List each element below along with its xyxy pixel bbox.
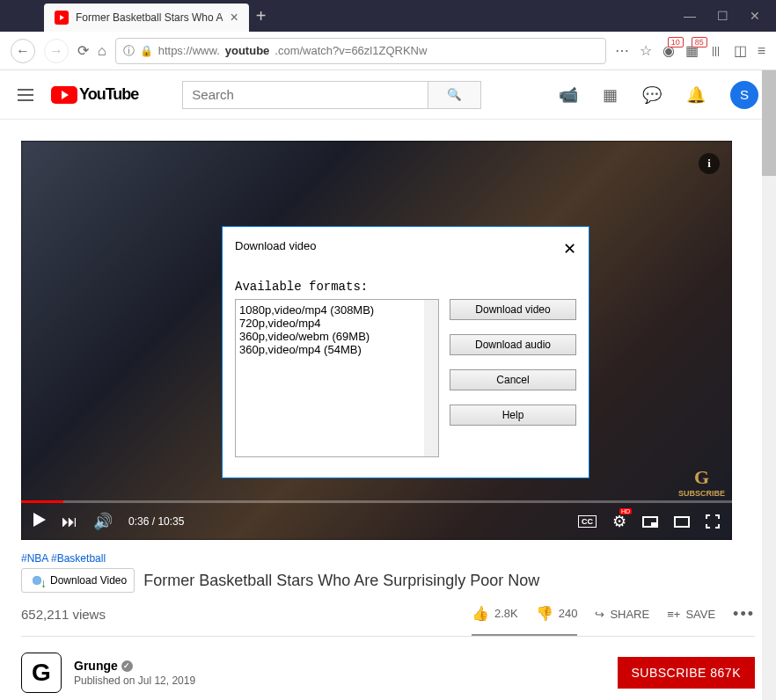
tab-close-icon[interactable]: × bbox=[230, 10, 238, 26]
share-button[interactable]: ↪SHARE bbox=[595, 608, 649, 621]
reload-button[interactable]: ⟳ bbox=[77, 42, 89, 59]
video-player[interactable]: i G SUBSCRIBE ⏭ 🔊 0:36 / 10:35 CC ⚙HD Do… bbox=[21, 141, 732, 540]
url-prefix: https://www. bbox=[158, 44, 220, 57]
format-item[interactable]: 360p,video/mp4 (54MB) bbox=[239, 343, 435, 356]
captions-button[interactable]: CC bbox=[578, 515, 597, 528]
download-video-button[interactable]: Download video bbox=[450, 299, 576, 320]
create-video-icon[interactable]: 📹 bbox=[559, 85, 578, 105]
cancel-button[interactable]: Cancel bbox=[450, 369, 576, 390]
save-button[interactable]: ≡+SAVE bbox=[667, 608, 715, 621]
thumb-down-icon: 👎 bbox=[536, 605, 553, 622]
youtube-header: YouTube 🔍 📹 ▦ 💬 🔔 S bbox=[0, 70, 776, 120]
channel-avatar[interactable]: G bbox=[21, 653, 62, 693]
fullscreen-button[interactable] bbox=[706, 514, 720, 529]
help-button[interactable]: Help bbox=[450, 405, 576, 426]
download-audio-button[interactable]: Download audio bbox=[450, 334, 576, 355]
search-container: 🔍 bbox=[182, 81, 481, 109]
library-icon[interactable]: ⫼ bbox=[709, 43, 723, 59]
browser-toolbar: ← → ⟳ ⌂ ⓘ 🔒 https://www.youtube.com/watc… bbox=[0, 32, 776, 70]
user-avatar[interactable]: S bbox=[730, 81, 758, 109]
channel-name[interactable]: Grunge✓ bbox=[74, 659, 195, 673]
info-icon[interactable]: ⓘ bbox=[123, 43, 135, 59]
view-count: 652,211 views bbox=[21, 607, 106, 622]
save-icon: ≡+ bbox=[667, 608, 680, 621]
hamburger-menu-icon[interactable] bbox=[18, 89, 33, 101]
dislike-button[interactable]: 👎240 bbox=[536, 605, 578, 622]
download-icon bbox=[29, 572, 45, 588]
extension-2-icon[interactable]: ▦85 bbox=[685, 42, 699, 59]
browser-tab[interactable]: Former Basketball Stars Who A × bbox=[44, 4, 249, 32]
info-card-icon[interactable]: i bbox=[699, 153, 720, 174]
apps-icon[interactable]: ▦ bbox=[603, 85, 618, 105]
url-domain: youtube bbox=[225, 44, 270, 57]
hashtags[interactable]: #NBA #Basketball bbox=[21, 552, 755, 565]
more-actions-button[interactable]: ••• bbox=[733, 605, 755, 623]
thumb-up-icon: 👍 bbox=[472, 605, 489, 622]
settings-gear-icon[interactable]: ⚙HD bbox=[612, 512, 626, 531]
messages-icon[interactable]: 💬 bbox=[642, 85, 662, 105]
youtube-logo-icon bbox=[51, 86, 77, 104]
youtube-logo-text: YouTube bbox=[79, 85, 138, 104]
url-suffix: .com/watch?v=66zl1ZQRKNw bbox=[275, 44, 427, 57]
miniplayer-button[interactable] bbox=[642, 516, 658, 528]
watermark-subscribe[interactable]: G SUBSCRIBE bbox=[678, 466, 725, 498]
youtube-favicon bbox=[55, 11, 69, 25]
tab-title: Former Basketball Stars Who A bbox=[76, 11, 223, 24]
content-area: i G SUBSCRIBE ⏭ 🔊 0:36 / 10:35 CC ⚙HD Do… bbox=[0, 120, 776, 700]
format-item[interactable]: 1080p,video/mp4 (308MB) bbox=[239, 303, 435, 317]
download-dialog: Download video ✕ Available formats: 1080… bbox=[222, 226, 589, 478]
notifications-icon[interactable]: 🔔 bbox=[686, 85, 706, 105]
window-controls: — ☐ ✕ bbox=[684, 9, 776, 32]
maximize-button[interactable]: ☐ bbox=[717, 9, 728, 23]
youtube-logo[interactable]: YouTube bbox=[51, 85, 138, 104]
video-title: Former Basketball Stars Who Are Surprisi… bbox=[143, 572, 539, 590]
like-button[interactable]: 👍2.8K bbox=[472, 605, 518, 622]
back-button[interactable]: ← bbox=[11, 39, 35, 63]
theater-mode-button[interactable] bbox=[674, 516, 690, 528]
browser-titlebar: Former Basketball Stars Who A × + — ☐ ✕ bbox=[0, 0, 776, 32]
play-button[interactable] bbox=[33, 513, 46, 531]
verified-icon: ✓ bbox=[121, 660, 133, 672]
next-button[interactable]: ⏭ bbox=[62, 513, 77, 531]
close-window-button[interactable]: ✕ bbox=[750, 9, 760, 23]
formats-label: Available formats: bbox=[235, 280, 439, 294]
page-actions-icon[interactable]: ⋯ bbox=[615, 42, 629, 59]
search-input[interactable] bbox=[182, 81, 428, 109]
search-button[interactable]: 🔍 bbox=[428, 81, 481, 109]
download-video-extension-button[interactable]: Download Video bbox=[21, 568, 135, 593]
forward-button[interactable]: → bbox=[44, 39, 69, 63]
subscribe-button[interactable]: SUBSCRIBE 867K bbox=[618, 657, 756, 689]
format-item[interactable]: 360p,video/webm (69MB) bbox=[239, 330, 435, 343]
menu-icon[interactable]: ≡ bbox=[758, 43, 765, 59]
page-scrollbar[interactable] bbox=[762, 70, 776, 700]
minimize-button[interactable]: — bbox=[684, 9, 696, 23]
publish-date: Published on Jul 12, 2019 bbox=[74, 674, 195, 687]
lock-icon: 🔒 bbox=[140, 45, 153, 57]
extension-1-icon[interactable]: ◉10 bbox=[663, 42, 675, 59]
url-bar[interactable]: ⓘ 🔒 https://www.youtube.com/watch?v=66zl… bbox=[115, 38, 606, 64]
share-icon: ↪ bbox=[595, 608, 604, 621]
dialog-close-icon[interactable]: ✕ bbox=[563, 239, 576, 259]
player-controls: ⏭ 🔊 0:36 / 10:35 CC ⚙HD bbox=[21, 503, 732, 540]
new-tab-button[interactable]: + bbox=[256, 6, 267, 26]
volume-icon[interactable]: 🔊 bbox=[93, 512, 113, 531]
time-display: 0:36 / 10:35 bbox=[128, 515, 184, 528]
bookmark-icon[interactable]: ☆ bbox=[640, 42, 652, 59]
list-scrollbar[interactable] bbox=[424, 300, 438, 456]
dialog-title: Download video bbox=[235, 239, 317, 259]
formats-list[interactable]: 1080p,video/mp4 (308MB) 720p,video/mp4 3… bbox=[235, 299, 439, 457]
home-button[interactable]: ⌂ bbox=[98, 43, 106, 59]
format-item[interactable]: 720p,video/mp4 bbox=[239, 317, 435, 330]
sidebar-icon[interactable]: ◫ bbox=[734, 42, 747, 59]
